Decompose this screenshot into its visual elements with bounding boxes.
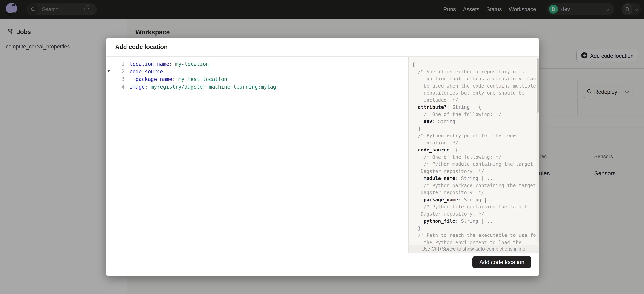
schema-line: function that returns a repository. Can <box>412 75 539 82</box>
dialog-title: Add code location <box>115 43 168 50</box>
submit-add-code-location-button[interactable]: Add code location <box>472 256 531 269</box>
editor-code[interactable]: location_name: my-locationcode_source:··… <box>128 57 408 253</box>
schema-line: location. */ <box>412 140 539 147</box>
schema-line: env: String <box>412 118 539 125</box>
editor-line[interactable]: image: myregistry/dagster-machine-learni… <box>130 83 408 91</box>
schema-line: /* Path to reach the executable to use f… <box>412 232 539 239</box>
schema-line: /* Specifies either a repository or a <box>412 68 539 75</box>
schema-line: attribute?: String | { <box>412 104 539 111</box>
editor-line[interactable]: code_source: <box>130 68 408 75</box>
schema-line: included. */ <box>412 97 539 104</box>
scrollbar-thumb[interactable] <box>537 58 538 113</box>
schema-line: module_name: String | ... <box>412 175 539 182</box>
line-number: 4 <box>106 83 127 91</box>
schema-line: python_file: String | ... <box>412 218 539 225</box>
schema-line: code_source: { <box>412 147 539 154</box>
schema-line: } <box>412 225 539 232</box>
schema-line: /* Python package containing the target <box>412 182 539 189</box>
schema-line: } <box>412 125 539 132</box>
add-code-location-dialog: Add code location ▼ 1234 location_name: … <box>106 38 539 276</box>
fold-arrow-icon[interactable]: ▼ <box>107 69 110 73</box>
schema-panel: { /* Specifies either a repository or a … <box>408 57 539 253</box>
schema-line: package_name: String | ... <box>412 196 539 204</box>
schema-scrollbar[interactable] <box>537 58 538 243</box>
line-number: 1 <box>106 60 127 68</box>
schema-line: { <box>412 61 539 68</box>
line-number: 3 <box>106 75 127 83</box>
schema-line: repositories but only one should be <box>412 90 539 97</box>
schema-line: the Python environment to load the <box>412 239 539 245</box>
schema-line: Dagster repository. */ <box>412 189 539 196</box>
schema-line: /* Python entry point for the code <box>412 132 539 140</box>
dialog-footer: Add code location <box>106 253 539 276</box>
editor-gutter: ▼ 1234 <box>106 57 128 253</box>
yaml-editor[interactable]: ▼ 1234 location_name: my-locationcode_so… <box>106 57 408 253</box>
schema-line: Dagster repository. */ <box>412 168 539 175</box>
autocomplete-hint: Use Ctrl+Space to show auto-completions … <box>408 245 539 253</box>
schema-line: /* Python file containing the target <box>412 203 539 211</box>
schema-line: /* Python module containing the target <box>412 161 539 168</box>
app: Search... / RunsAssetsStatusWorkspace D … <box>0 0 644 294</box>
dialog-body: ▼ 1234 location_name: my-locationcode_so… <box>106 57 539 253</box>
schema-line: /* One of the following: */ <box>412 111 539 118</box>
schema-line: be used when the code contains multiple <box>412 82 539 90</box>
editor-line[interactable]: ··package_name: my_test_location <box>130 75 408 83</box>
editor-line[interactable]: location_name: my-location <box>130 60 408 68</box>
dialog-header: Add code location <box>106 38 539 57</box>
schema-line: Dagster repository. */ <box>412 211 539 218</box>
schema-line: /* One of the following: */ <box>412 154 539 161</box>
schema-content: { /* Specifies either a repository or a … <box>408 57 539 245</box>
